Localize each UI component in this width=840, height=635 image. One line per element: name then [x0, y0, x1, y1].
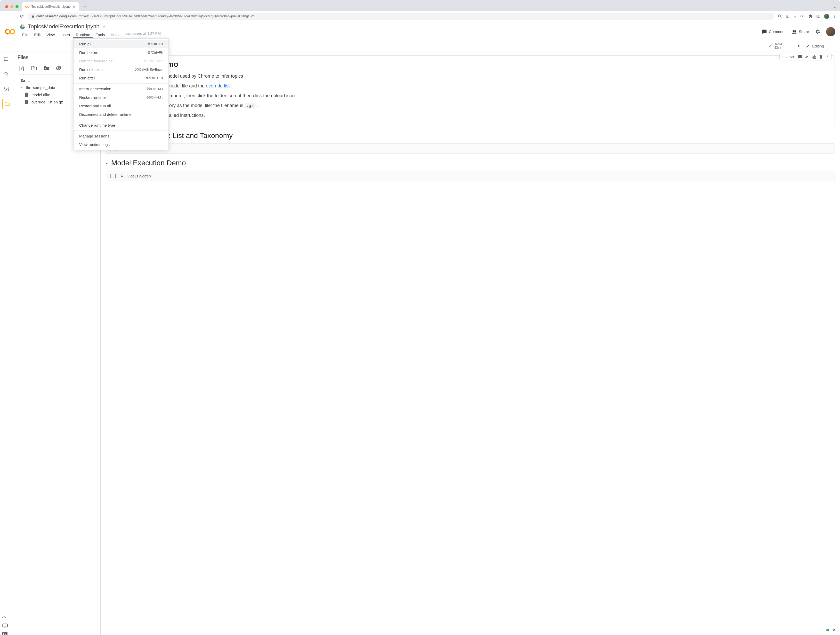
menu-divider: [74, 83, 169, 84]
document-title[interactable]: TopicsModelExecution.ipynb: [28, 23, 99, 30]
new-tab-button[interactable]: ＋: [81, 3, 88, 10]
colab-logo-icon[interactable]: [5, 26, 16, 37]
menu-shortcut: ⌘/Ctrl+F8: [147, 50, 163, 54]
settings-gear-icon[interactable]: [815, 29, 820, 35]
menu-help[interactable]: Help: [108, 32, 121, 38]
share-label: Share: [799, 29, 809, 34]
chrome-menu-icon[interactable]: ⋮: [833, 14, 836, 18]
menu-view[interactable]: View: [44, 32, 57, 38]
runtime-menu-item[interactable]: Restart runtime⌘/Ctrl+M .: [74, 93, 169, 102]
edit-pencil-icon[interactable]: [805, 55, 809, 59]
keyboard-icon[interactable]: [2, 623, 8, 627]
panel-icon[interactable]: [816, 14, 820, 18]
cell-paragraph: model file provides more detailed instru…: [111, 112, 830, 119]
runtime-menu-item[interactable]: Manage sessions: [74, 132, 169, 140]
forward-button[interactable]: →: [12, 13, 16, 19]
menu-shortcut: ⌘/Ctrl+F9: [147, 42, 163, 46]
profile-badge[interactable]: OT: [800, 14, 805, 18]
text-cell-active[interactable]: ↑ ↓ ⋮ el Execution Demo o load the Tenso…: [106, 55, 835, 126]
address-bar-row: ← → ⟳ colab.research.google.com/drive/1F…: [0, 11, 840, 21]
menu-shortcut: ⌘/Ctrl+Shift+Enter: [135, 68, 163, 71]
runtime-menu-item[interactable]: Disconnect and delete runtime: [74, 110, 169, 119]
address-bar[interactable]: colab.research.google.com/drive/1Fk1iZO6…: [28, 13, 774, 20]
mount-drive-icon[interactable]: [43, 66, 49, 71]
tabs-overflow-icon[interactable]: ⌄: [833, 5, 836, 9]
profile-avatar-small[interactable]: [824, 14, 829, 19]
menu-file[interactable]: File: [20, 32, 31, 38]
runtime-menu-item[interactable]: Run selection⌘/Ctrl+Shift+Enter: [74, 65, 169, 74]
mirror-cell-icon[interactable]: [812, 54, 816, 59]
install-icon[interactable]: [786, 14, 790, 18]
star-icon[interactable]: ★: [102, 24, 106, 29]
runtime-menu-item[interactable]: Run after⌘/Ctrl+F10: [74, 74, 169, 82]
section-header-libraries[interactable]: ▸ Libraries, Override List and Taxonomy: [106, 132, 835, 140]
share-button[interactable]: Share: [791, 29, 809, 34]
terminal-icon[interactable]: [2, 632, 8, 635]
colab-favicon-icon: [25, 5, 29, 9]
svg-point-17: [5, 72, 8, 75]
menu-runtime[interactable]: Runtime: [73, 32, 93, 38]
extensions-puzzle-icon[interactable]: [808, 14, 813, 18]
comment-button[interactable]: Comment: [762, 29, 786, 34]
move-down-icon[interactable]: ↓: [786, 54, 788, 59]
runtime-menu-item[interactable]: Interrupt execution⌘/Ctrl+M I: [74, 85, 169, 93]
bottom-status: ✕: [826, 627, 836, 632]
cell-menu-icon[interactable]: ⋮: [826, 54, 830, 59]
runtime-menu-item[interactable]: Run all⌘/Ctrl+F9: [74, 40, 169, 48]
menu-insert[interactable]: Insert: [58, 32, 73, 38]
lock-icon: [31, 15, 34, 18]
section-header-model-exec[interactable]: ▸ Model Execution Demo: [106, 159, 835, 167]
resources-dropdown-icon[interactable]: ▾: [798, 44, 799, 48]
menu-item-label: Run the focused cell: [79, 59, 114, 63]
menu-item-label: Manage sessions: [79, 134, 109, 138]
tab-strip: TopicsModelExecution.ipynb ✕ ＋ ⌄: [0, 2, 840, 11]
arrow-enter-icon: ↳: [120, 173, 123, 178]
window-minimize-button[interactable]: [10, 5, 13, 8]
editing-mode-button[interactable]: Editing: [806, 44, 824, 48]
menu-tools[interactable]: Tools: [93, 32, 107, 38]
upload-file-icon[interactable]: [19, 66, 24, 71]
link-icon[interactable]: [791, 55, 795, 58]
files-rail-icon[interactable]: [2, 99, 11, 109]
search-rail-icon[interactable]: [2, 69, 11, 79]
menu-edit[interactable]: Edit: [32, 32, 43, 38]
bookmark-star-icon[interactable]: ☆: [793, 14, 797, 18]
runtime-menu-item[interactable]: Restart and run all: [74, 102, 169, 110]
code-icon[interactable]: <>: [2, 615, 8, 619]
runtime-dropdown[interactable]: Run all⌘/Ctrl+F9Run before⌘/Ctrl+F8Run t…: [73, 38, 169, 150]
hidden-cells-row[interactable]: [ ] ↳ 3 cells hidden: [106, 171, 835, 181]
delete-trash-icon[interactable]: [819, 54, 823, 59]
tab-close-icon[interactable]: ✕: [73, 5, 76, 9]
cell-bracket: [ ]: [110, 173, 117, 178]
runtime-menu-item[interactable]: View runtime logs: [74, 140, 169, 149]
window-close-button[interactable]: [5, 5, 8, 8]
menu-shortcut: ⌘/Ctrl+Enter: [144, 59, 163, 63]
menu-item-label: View runtime logs: [79, 142, 110, 147]
hide-icon[interactable]: [56, 66, 62, 71]
toc-toggle-button[interactable]: ⌃: [827, 42, 835, 50]
hidden-cells-row[interactable]: [ ] ↳ 10 cells hidden: [106, 143, 835, 154]
status-close-icon[interactable]: ✕: [832, 627, 836, 632]
svg-point-16: [4, 60, 5, 61]
runtime-menu-item[interactable]: Run before⌘/Ctrl+F8: [74, 48, 169, 57]
url-host: colab.research.google.com: [36, 14, 77, 18]
reload-button[interactable]: ⟳: [20, 13, 24, 19]
section-caret-icon[interactable]: ▸: [106, 161, 107, 165]
window-maximize-button[interactable]: [16, 5, 19, 8]
browser-tab[interactable]: TopicsModelExecution.ipynb ✕: [22, 2, 79, 11]
back-button[interactable]: ←: [4, 13, 8, 19]
refresh-folder-icon[interactable]: [31, 66, 36, 71]
window-controls: [4, 5, 22, 8]
variables-icon[interactable]: {x}: [2, 84, 11, 94]
runtime-menu-item[interactable]: Change runtime type: [74, 121, 169, 129]
resources-indicator[interactable]: ✓ RAM Disk ▾: [769, 42, 799, 50]
menu-item-label: Run selection: [79, 67, 103, 72]
zoom-icon[interactable]: [778, 14, 782, 18]
override-list-link[interactable]: override list: [206, 83, 230, 88]
move-up-icon[interactable]: ↑: [781, 54, 783, 59]
add-comment-icon[interactable]: [798, 54, 802, 59]
user-avatar[interactable]: [826, 27, 835, 36]
toc-icon[interactable]: [2, 54, 11, 64]
last-saved-label[interactable]: Last saved at 1:27 PM: [125, 32, 161, 38]
svg-line-3: [780, 17, 782, 18]
